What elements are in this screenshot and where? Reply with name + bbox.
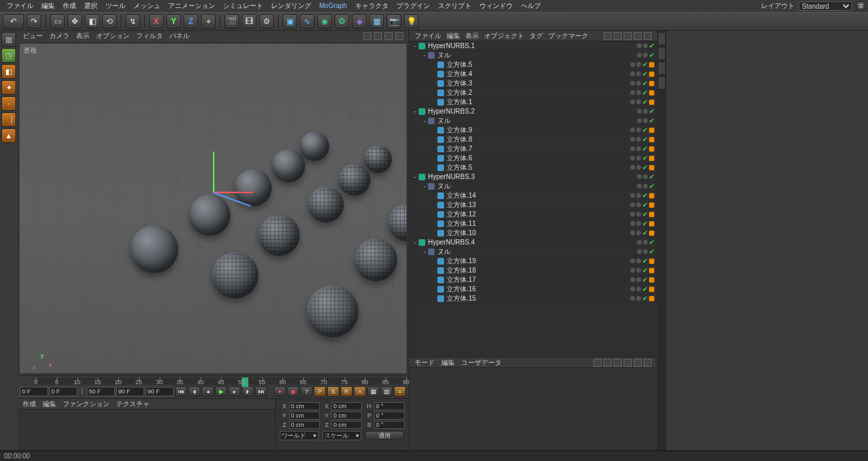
expand-toggle[interactable]: - xyxy=(412,239,419,246)
material-manager[interactable]: 作成編集ファンクションテクスチャ xyxy=(17,399,275,450)
vis-render-dot[interactable] xyxy=(636,156,641,160)
enable-check[interactable]: ✔ xyxy=(649,239,654,246)
enable-check[interactable]: ✔ xyxy=(649,117,654,124)
size-x-field[interactable] xyxy=(331,402,362,410)
material-menu-item[interactable]: テクスチャ xyxy=(116,400,150,408)
object-row[interactable]: -ヌル✔ xyxy=(409,247,657,257)
object-row[interactable]: -HyperNURBS.3✔ xyxy=(409,172,657,182)
om-layout-icon[interactable] xyxy=(634,32,642,40)
om-max-icon[interactable] xyxy=(644,32,652,40)
phong-tag-icon[interactable] xyxy=(649,259,654,264)
viewport-menu-item[interactable]: ビュー xyxy=(23,32,43,39)
expand-toggle[interactable]: - xyxy=(412,173,419,180)
scene-sphere[interactable] xyxy=(258,214,300,256)
vis-render-dot[interactable] xyxy=(636,165,641,170)
vis-render-dot[interactable] xyxy=(636,287,641,291)
menu-item[interactable]: ファイル xyxy=(3,1,37,11)
object-row[interactable]: 立方体.7✔ xyxy=(409,144,657,154)
enable-check[interactable]: ✔ xyxy=(642,257,648,265)
vis-render-dot[interactable] xyxy=(636,221,641,226)
menu-item[interactable]: スクリプト xyxy=(434,1,475,11)
vis-render-dot[interactable] xyxy=(636,230,641,235)
add-light-button[interactable]: 💡 xyxy=(404,14,419,29)
timeline-ruler[interactable]: 051015202530354045505560657075808590 xyxy=(36,377,406,385)
add-deformer-button[interactable]: ◈ xyxy=(352,14,367,29)
enable-check[interactable]: ✔ xyxy=(642,295,648,302)
enable-check[interactable]: ✔ xyxy=(649,108,654,115)
coord-space-select[interactable]: ワールド▾ xyxy=(280,431,318,440)
enable-check[interactable]: ✔ xyxy=(642,285,648,293)
vis-render-dot[interactable] xyxy=(643,240,648,245)
vis-render-dot[interactable] xyxy=(636,268,641,273)
scene-sphere[interactable] xyxy=(130,225,178,273)
enable-check[interactable]: ✔ xyxy=(649,182,654,190)
menu-item[interactable]: 編集 xyxy=(37,1,59,11)
render-region-button[interactable]: 🎞 xyxy=(242,14,256,29)
menu-item[interactable]: ヘルプ xyxy=(517,1,545,11)
render-settings-button[interactable]: ⚙ xyxy=(259,14,274,29)
size-z-field[interactable] xyxy=(331,421,362,429)
vis-render-dot[interactable] xyxy=(636,202,641,207)
enable-check[interactable]: ✔ xyxy=(642,70,648,78)
move-tool[interactable]: ✥ xyxy=(67,14,82,29)
key-pos-button[interactable]: P xyxy=(314,386,326,397)
objmgr-menu-item[interactable]: タグ xyxy=(529,32,543,39)
object-row[interactable]: 立方体.12✔ xyxy=(409,210,657,219)
vis-editor-dot[interactable] xyxy=(630,62,635,67)
pos-x-field[interactable] xyxy=(289,402,320,410)
phong-tag-icon[interactable] xyxy=(649,71,654,77)
range-bar[interactable] xyxy=(81,388,83,395)
object-row[interactable]: -ヌル✔ xyxy=(409,116,657,126)
menu-item[interactable]: ウィンドウ xyxy=(475,1,517,11)
object-row[interactable]: 立方体.14✔ xyxy=(409,191,657,200)
material-menu-item[interactable]: ファンクション xyxy=(63,400,110,408)
object-row[interactable]: 立方体.16✔ xyxy=(409,285,657,294)
viewport-menu-item[interactable]: パネル xyxy=(170,32,190,39)
viewport-perspective[interactable]: 透視 yxz xyxy=(19,43,407,374)
frame-cur-field[interactable]: 50 F xyxy=(87,387,115,396)
vp-nav-icon[interactable] xyxy=(385,32,393,40)
phong-tag-icon[interactable] xyxy=(649,146,654,152)
enable-check[interactable]: ✔ xyxy=(642,267,648,274)
vis-render-dot[interactable] xyxy=(643,109,648,114)
axis-y-toggle[interactable]: Y xyxy=(166,14,181,29)
polygon-mode-button[interactable]: ▲ xyxy=(1,128,16,143)
expand-toggle[interactable]: - xyxy=(412,108,419,115)
key-all-button[interactable]: ▨ xyxy=(381,386,393,397)
vis-editor-dot[interactable] xyxy=(630,100,635,104)
menu-item[interactable]: MoGraph xyxy=(315,1,351,11)
render-view-button[interactable]: 🎬 xyxy=(224,14,239,29)
object-row[interactable]: 立方体.8✔ xyxy=(409,135,657,144)
add-spline-button[interactable]: ∿ xyxy=(300,14,314,29)
enable-check[interactable]: ✔ xyxy=(649,51,654,59)
object-row[interactable]: 立方体.6✔ xyxy=(409,154,657,163)
scene-sphere[interactable] xyxy=(272,149,305,182)
attr-prev-icon[interactable] xyxy=(594,359,602,367)
phong-tag-icon[interactable] xyxy=(649,296,654,301)
goto-end-button[interactable]: ⏭ xyxy=(255,386,267,397)
enable-check[interactable]: ✔ xyxy=(649,42,654,49)
record-button[interactable]: ● xyxy=(274,386,286,397)
vis-render-dot[interactable] xyxy=(643,174,648,179)
phong-tag-icon[interactable] xyxy=(649,221,654,226)
vis-render-dot[interactable] xyxy=(636,296,641,301)
enable-check[interactable]: ✔ xyxy=(642,164,648,171)
play-button[interactable]: ▶ xyxy=(215,386,227,397)
object-row[interactable]: 立方体.3✔ xyxy=(409,79,657,88)
phong-tag-icon[interactable] xyxy=(649,212,654,217)
scene-sphere[interactable] xyxy=(306,285,359,337)
object-row[interactable]: 立方体.2✔ xyxy=(409,88,657,98)
viewport-menu-item[interactable]: オプション xyxy=(96,32,130,39)
phong-tag-icon[interactable] xyxy=(649,81,654,86)
vis-editor-dot[interactable] xyxy=(637,249,642,254)
object-row[interactable]: 立方体.4✔ xyxy=(409,69,657,79)
vis-editor-dot[interactable] xyxy=(630,165,635,170)
redo-button[interactable]: ↷ xyxy=(27,14,41,29)
menu-item[interactable]: シミュレート xyxy=(219,1,267,11)
phong-tag-icon[interactable] xyxy=(649,277,654,283)
phong-tag-icon[interactable] xyxy=(649,202,654,208)
phong-tag-icon[interactable] xyxy=(649,90,654,96)
scene-sphere[interactable] xyxy=(308,186,344,222)
add-environment-button[interactable]: ▦ xyxy=(369,14,384,29)
phong-tag-icon[interactable] xyxy=(649,193,654,198)
